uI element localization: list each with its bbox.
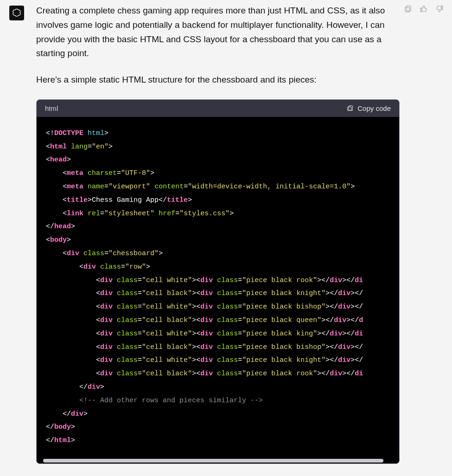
assistant-logo-icon [12,8,22,18]
thumbs-up-button[interactable] [419,4,429,14]
code-scroll-area[interactable]: <!DOCTYPE html> <html lang="en"> <head> … [37,117,399,458]
message-actions [398,4,445,14]
assistant-avatar [9,6,24,20]
copy-message-button[interactable] [403,4,413,14]
thumbs-down-icon [435,5,444,13]
svg-rect-0 [349,106,353,111]
svg-rect-1 [348,107,351,111]
clipboard-icon [404,5,412,13]
code-lang-label: html [45,104,58,112]
thumbs-down-button[interactable] [434,4,445,14]
thumbs-up-icon [420,5,428,13]
code-block-header: html Copy code [37,100,399,117]
assistant-paragraph: Creating a complete chess gaming app req… [36,4,398,61]
clipboard-icon [346,104,354,112]
copy-code-button[interactable]: Copy code [346,104,391,112]
copy-code-label: Copy code [357,104,391,112]
code-content: <!DOCTYPE html> <html lang="en"> <head> … [37,117,399,458]
horizontal-scrollbar-thumb[interactable] [43,459,383,463]
assistant-paragraph: Here's a simple static HTML structure fo… [36,73,398,87]
assistant-message: Creating a complete chess gaming app req… [36,4,398,464]
svg-rect-2 [407,6,411,11]
code-block: html Copy code <!DOCTYPE html> <html lan… [36,99,400,464]
horizontal-scrollbar[interactable] [37,458,399,463]
